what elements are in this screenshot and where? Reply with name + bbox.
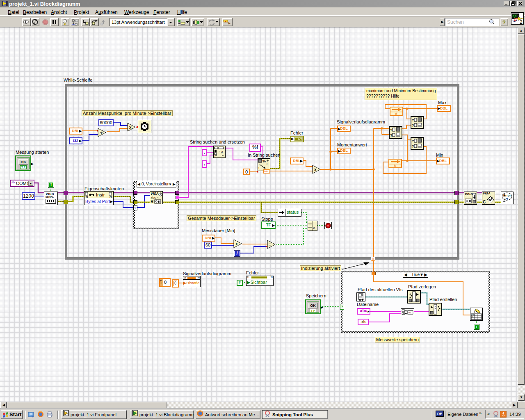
svg-text:!: ! — [215, 155, 215, 158]
svg-text:x: x — [129, 125, 132, 130]
svg-text:Instr: Instr — [96, 192, 105, 197]
svg-text:?: ? — [390, 128, 393, 132]
svg-text:?: ? — [412, 139, 414, 143]
svg-text:I∆: I∆ — [472, 316, 473, 318]
svg-text:?: ? — [390, 133, 393, 137]
svg-text:VISA: VISA — [465, 192, 473, 196]
svg-text:v: v — [313, 226, 315, 230]
svg-text:※: ※ — [395, 112, 398, 115]
svg-text:?!: ?! — [85, 195, 88, 198]
svg-text:t: t — [267, 162, 268, 166]
svg-text:?: ? — [412, 118, 414, 122]
svg-text:R: R — [151, 199, 154, 204]
svg-text:abc: abc — [151, 196, 156, 199]
svg-text:?: ? — [412, 123, 414, 128]
svg-text:=: = — [269, 242, 271, 247]
svg-text:#: # — [221, 151, 223, 154]
svg-text:※: ※ — [393, 164, 397, 167]
svg-text:DZ: DZ — [408, 311, 411, 314]
svg-text:?!: ?! — [109, 195, 112, 198]
svg-text:%: % — [262, 159, 266, 163]
svg-text:x: x — [235, 242, 238, 246]
svg-text:x: x — [314, 167, 317, 172]
svg-text:÷: ÷ — [100, 130, 103, 135]
svg-text:VISA: VISA — [151, 192, 159, 196]
svg-text:?!: ?! — [504, 197, 508, 201]
svg-text:?: ? — [412, 144, 414, 148]
svg-text:!: ! — [258, 166, 259, 170]
